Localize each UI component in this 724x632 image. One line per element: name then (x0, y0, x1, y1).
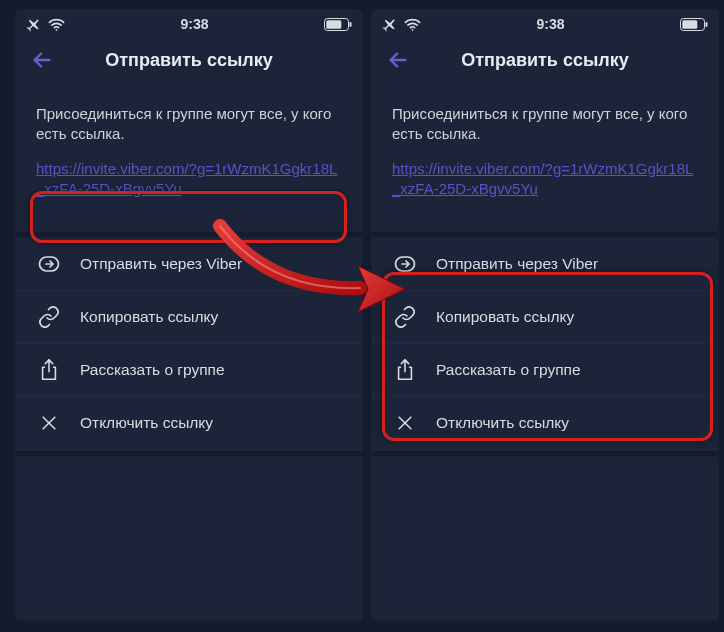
arrow-right-circle-icon (392, 252, 418, 276)
page-title: Отправить ссылку (380, 50, 710, 71)
send-via-viber-row[interactable]: Отправить через Viber (16, 238, 362, 291)
row-label: Копировать ссылку (80, 308, 342, 326)
share-icon (36, 358, 62, 382)
row-label: Отправить через Viber (436, 255, 698, 273)
row-label: Отправить через Viber (80, 255, 342, 273)
svg-rect-13 (706, 22, 708, 27)
battery-icon (680, 18, 708, 31)
phone-screen-left: 9:38 Отправить ссылку Присоединиться к г… (16, 10, 362, 620)
send-via-viber-row[interactable]: Отправить через Viber (372, 238, 718, 291)
tell-about-group-row[interactable]: Рассказать о группе (372, 344, 718, 397)
actions-menu: Отправить через Viber Копировать ссылку … (16, 231, 362, 457)
svg-rect-12 (682, 20, 697, 28)
row-label: Рассказать о группе (80, 361, 342, 379)
link-icon (36, 305, 62, 329)
link-icon (392, 305, 418, 329)
invite-link[interactable]: https://invite.viber.com/?g=1rWzmK1Ggkr1… (36, 159, 342, 200)
row-label: Отключить ссылку (436, 414, 698, 432)
row-label: Отключить ссылку (80, 414, 342, 432)
row-label: Копировать ссылку (436, 308, 698, 326)
clock: 9:38 (536, 16, 564, 32)
nav-bar: Отправить ссылку (16, 38, 362, 82)
page-title: Отправить ссылку (24, 50, 354, 71)
info-section: Присоединиться к группе могут все, у ког… (372, 82, 718, 217)
info-description: Присоединиться к группе могут все, у ког… (36, 104, 342, 145)
actions-menu: Отправить через Viber Копировать ссылку … (372, 231, 718, 457)
divider (16, 450, 362, 457)
wifi-icon (404, 18, 421, 31)
copy-link-row[interactable]: Копировать ссылку (372, 291, 718, 344)
status-bar: 9:38 (16, 10, 362, 38)
divider (372, 450, 718, 457)
battery-icon (324, 18, 352, 31)
phone-screen-right: 9:38 Отправить ссылку Присоединиться к г… (372, 10, 718, 620)
svg-rect-2 (326, 20, 341, 28)
invite-link[interactable]: https://invite.viber.com/?g=1rWzmK1Ggkr1… (392, 159, 698, 200)
status-bar: 9:38 (372, 10, 718, 38)
svg-point-0 (56, 28, 58, 30)
nav-bar: Отправить ссылку (372, 38, 718, 82)
airplane-icon (382, 16, 398, 32)
info-section: Присоединиться к группе могут все, у ког… (16, 82, 362, 217)
copy-link-row[interactable]: Копировать ссылку (16, 291, 362, 344)
row-label: Рассказать о группе (436, 361, 698, 379)
tell-about-group-row[interactable]: Рассказать о группе (16, 344, 362, 397)
clock: 9:38 (180, 16, 208, 32)
divider (16, 231, 362, 238)
airplane-icon (26, 16, 42, 32)
wifi-icon (48, 18, 65, 31)
svg-rect-3 (350, 22, 352, 27)
share-icon (392, 358, 418, 382)
arrow-right-circle-icon (36, 252, 62, 276)
close-icon (36, 413, 62, 433)
disable-link-row[interactable]: Отключить ссылку (16, 397, 362, 450)
comparison-canvas: 9:38 Отправить ссылку Присоединиться к г… (0, 0, 724, 632)
close-icon (392, 413, 418, 433)
svg-point-10 (412, 28, 414, 30)
disable-link-row[interactable]: Отключить ссылку (372, 397, 718, 450)
info-description: Присоединиться к группе могут все, у ког… (392, 104, 698, 145)
divider (372, 231, 718, 238)
